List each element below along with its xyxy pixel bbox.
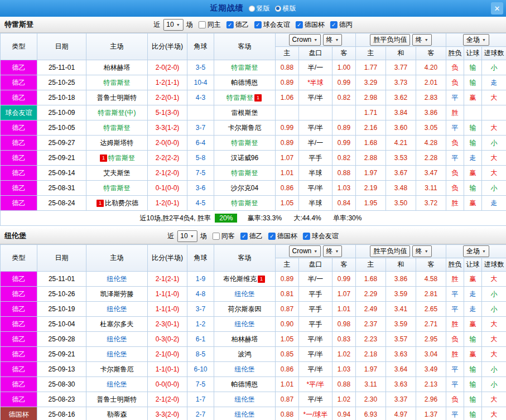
filter-checkbox[interactable]: ✓德乙 xyxy=(227,20,249,30)
goals-over-under-result: 小 xyxy=(482,181,506,196)
team-link[interactable]: 帕德博恩 xyxy=(232,380,258,388)
team-link[interactable]: 普鲁士明斯特 xyxy=(97,395,137,403)
team-link[interactable]: 特雷斯登 xyxy=(232,64,258,71)
match-count-select[interactable]: 10▼ xyxy=(163,19,183,31)
team-link[interactable]: 纽伦堡 xyxy=(107,275,127,283)
filter-checkbox[interactable]: ✓球会友谊 xyxy=(254,20,290,30)
europe-home-odds: 2.18 xyxy=(356,347,386,362)
team-link[interactable]: 纽伦堡 xyxy=(235,411,255,418)
filter-checkbox[interactable]: 同主 xyxy=(199,20,221,30)
match-row: 德乙25-08-23普鲁士明斯特2-1(2-0)1-7纽伦堡0.87平/半1.0… xyxy=(1,392,506,407)
team-link[interactable]: 凯泽斯劳滕 xyxy=(100,290,134,298)
europe-draw-odds: 3.77 xyxy=(386,60,416,75)
team-link[interactable]: 纽伦堡 xyxy=(235,365,255,373)
team-link[interactable]: 纽伦堡 xyxy=(235,290,255,298)
league-type: 德乙 xyxy=(1,347,37,362)
europe-away-odds: 1.37 xyxy=(416,407,446,420)
europe-average-button[interactable]: 胜平负均值 xyxy=(370,245,410,257)
team-link[interactable]: 沙尔克04 xyxy=(231,184,258,192)
team-link[interactable]: 达姆斯塔特 xyxy=(100,139,134,147)
half-full-score: 3-3(2-0) xyxy=(148,407,187,420)
team-link[interactable]: 帕德博恩 xyxy=(232,79,258,86)
asia-away-odds: 0.82 xyxy=(332,90,356,105)
layout-radio-horizontal[interactable]: 横版 xyxy=(275,4,296,13)
team-link[interactable]: 纽伦堡 xyxy=(107,350,127,358)
away-team: 布伦斯维克1 xyxy=(214,272,276,287)
away-team: 纽伦堡 xyxy=(214,392,276,407)
filter-checkbox[interactable]: ✓球会友谊 xyxy=(303,231,339,241)
win-draw-loss-result: 胜 xyxy=(446,105,464,120)
team-link[interactable]: 特雷斯登(中) xyxy=(98,109,136,117)
goals-over-under-result: 小 xyxy=(482,60,506,75)
match-row: 德乙25-08-241比勒费尔德1-2(0-1)4-5特雷斯登1.05半球0.8… xyxy=(1,196,506,211)
team-link[interactable]: 特雷斯登 xyxy=(108,154,135,162)
filter-checkbox[interactable]: ✓德国杯 xyxy=(268,231,297,241)
team-link[interactable]: 比勒费尔德 xyxy=(105,199,138,207)
europe-final-select[interactable]: 终▼ xyxy=(412,245,432,257)
close-button[interactable]: ✕ xyxy=(491,2,503,15)
team-link[interactable]: 纽伦堡 xyxy=(107,380,127,388)
team-link[interactable]: 纽伦堡 xyxy=(107,305,127,313)
radio-unchecked-icon xyxy=(249,6,255,12)
team-link[interactable]: 特雷斯登 xyxy=(227,94,253,102)
europe-away-odds: 3.49 xyxy=(416,362,446,377)
asia-final-select[interactable]: 终▼ xyxy=(323,245,343,257)
half-full-score: 1-2(1-1) xyxy=(148,75,187,90)
team-link[interactable]: 勒蒂森 xyxy=(107,411,127,418)
filter-checkbox[interactable]: ✓德乙 xyxy=(240,231,263,241)
odds-company-select[interactable]: Crown▼ xyxy=(289,245,321,257)
team-link[interactable]: 布伦斯维克 xyxy=(223,275,257,283)
fullmatch-select[interactable]: 全场▼ xyxy=(463,245,489,257)
asia-final-select[interactable]: 终▼ xyxy=(323,34,343,46)
filter-checkbox[interactable]: ✓德丙 xyxy=(330,20,353,30)
layout-radio-vertical[interactable]: 竖版 xyxy=(249,4,270,13)
odds-company-select[interactable]: Crown▼ xyxy=(289,34,321,46)
chevron-down-icon: ▼ xyxy=(425,249,428,253)
league-type: 德乙 xyxy=(1,75,37,90)
filter-checkbox[interactable]: ✓德国杯 xyxy=(296,20,325,30)
fullmatch-select[interactable]: 全场▼ xyxy=(463,34,489,46)
team-link[interactable]: 波鸿 xyxy=(238,350,252,358)
team-link[interactable]: 荷尔斯泰因 xyxy=(228,305,262,313)
goals-over-under-result: 大 xyxy=(482,332,506,347)
asia-home-odds: 0.90 xyxy=(276,317,299,332)
team-link[interactable]: 卡尔斯鲁厄 xyxy=(228,124,262,132)
summary-stat: 单率:30% xyxy=(333,214,362,222)
asia-home-odds: 0.86 xyxy=(276,362,299,377)
asia-handicap: 半/一 xyxy=(299,136,332,151)
summary-stat: 赢率:33.3% xyxy=(248,214,282,222)
match-count-select[interactable]: 10▼ xyxy=(177,230,197,242)
team-link[interactable]: 纽伦堡 xyxy=(107,335,127,343)
home-team: 卡尔斯鲁厄 xyxy=(86,362,148,377)
away-team: 特雷斯登1 xyxy=(214,90,276,105)
team-link[interactable]: 普鲁士明斯特 xyxy=(97,94,137,102)
team-link[interactable]: 汉诺威96 xyxy=(231,154,258,162)
asia-handicap xyxy=(299,105,332,120)
team-link[interactable]: 特雷斯登 xyxy=(104,79,131,86)
col-date: 日期 xyxy=(37,33,86,60)
team-link[interactable]: 柏林赫塔 xyxy=(232,335,258,343)
team-link[interactable]: 艾夫斯堡 xyxy=(104,169,131,177)
asia-handicap: 平/半 xyxy=(299,120,332,136)
team-link[interactable]: 特雷斯登 xyxy=(232,169,258,177)
match-row: 德乙25-11-01纽伦堡2-1(2-1)1-9布伦斯维克10.89半/一0.9… xyxy=(1,272,506,287)
asia-odds-group: Crown▼ 终▼ xyxy=(276,245,356,258)
team-link[interactable]: 特雷斯登 xyxy=(232,199,258,207)
europe-away-odds: 3.72 xyxy=(416,196,446,211)
team-link[interactable]: 纽伦堡 xyxy=(235,395,255,403)
col-type: 类型 xyxy=(1,245,37,272)
team-link[interactable]: 柏林赫塔 xyxy=(104,64,131,71)
team-link[interactable]: 特雷斯登 xyxy=(232,139,258,147)
europe-final-select[interactable]: 终▼ xyxy=(412,34,432,46)
europe-average-button[interactable]: 胜平负均值 xyxy=(370,34,410,46)
away-team: 纽伦堡 xyxy=(214,362,276,377)
team-link[interactable]: 卡尔斯鲁厄 xyxy=(100,365,134,373)
filter-checkbox[interactable]: 同客 xyxy=(213,231,235,241)
europe-draw-odds: 3.63 xyxy=(386,347,416,362)
team-link[interactable]: 杜塞尔多夫 xyxy=(100,320,134,328)
goals-over-under-result: 小 xyxy=(482,362,506,377)
team-link[interactable]: 纽伦堡 xyxy=(235,320,255,328)
team-link[interactable]: 雷根斯堡 xyxy=(232,109,258,117)
team-link[interactable]: 特雷斯登 xyxy=(104,124,131,132)
team-link[interactable]: 特雷斯登 xyxy=(104,184,131,192)
